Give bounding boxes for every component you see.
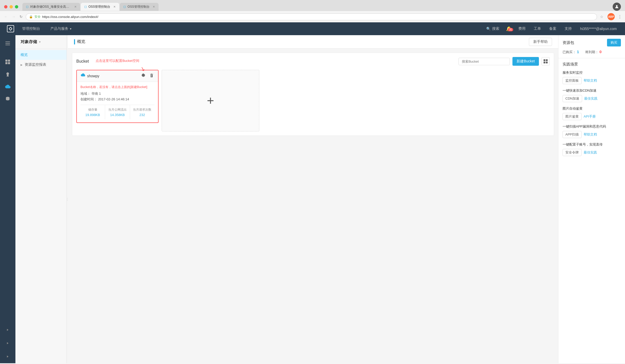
new-bucket-button[interactable]: 新建Bucket: [512, 57, 539, 66]
logo[interactable]: [4, 22, 17, 35]
resource-stats: 已购买： 1 将到期： 0: [563, 50, 621, 54]
browser-menu-icon[interactable]: ⋮: [618, 14, 622, 19]
tab-label-1: 对象存储OSS_海量安全高可靠...: [30, 5, 71, 9]
main-content: 概览 新手帮助 Bucket 新建Bucket: [68, 35, 558, 363]
bucket-search-input[interactable]: [458, 58, 510, 65]
practice-link-image[interactable]: API手册: [584, 113, 596, 120]
svg-rect-2: [5, 43, 10, 44]
svg-rect-13: [546, 59, 548, 61]
practice-link-monitor[interactable]: 帮助文档: [584, 77, 597, 84]
tab-icon-1: ◻: [26, 5, 29, 8]
nav-beian[interactable]: 备案: [545, 22, 560, 35]
expiring-value: 0: [600, 50, 602, 54]
sidebar-resize-handle[interactable]: ⋮: [67, 35, 68, 363]
sidebar-item-overview[interactable]: 概览: [15, 50, 67, 60]
sidebar-icon-grid[interactable]: [1, 56, 14, 68]
tab-icon-2: ◻: [84, 5, 87, 8]
url-bar[interactable]: 🔒 安全 https://oss.console.aliyun.com/inde…: [26, 13, 597, 20]
browser-tab-3[interactable]: ◻ OSS管理控制台 ✕: [120, 3, 158, 11]
logo-icon: [7, 25, 14, 32]
practice-item-title-4: 一键配置子账号，实现直传: [563, 142, 621, 147]
expand-arrow-icon: ▶: [21, 63, 23, 66]
purchased-value: 1: [577, 50, 579, 54]
sidebar-icon-database[interactable]: [1, 93, 14, 104]
help-button[interactable]: 新手帮助: [529, 38, 552, 46]
bucket-info-hint: Bucket名称，若没有，请点击上面的[新建Bucket]: [80, 85, 154, 89]
practice-btn-monitor[interactable]: 监控面板: [563, 77, 582, 84]
header-border: [74, 39, 75, 44]
nav-support[interactable]: 支持: [560, 22, 576, 35]
practice-link-app[interactable]: 帮助文档: [584, 131, 597, 138]
traffic-light-yellow[interactable]: [10, 5, 13, 8]
practice-link-security[interactable]: 最佳实践: [584, 149, 597, 156]
sidebar-icon-expand1[interactable]: [1, 324, 14, 336]
practice-btn-security[interactable]: 安全令牌: [563, 149, 582, 156]
bucket-region: 地域： 华南 1: [80, 91, 154, 96]
sidebar-item-monitor[interactable]: ▶ 资源监控报表: [15, 60, 67, 70]
inner-sidebar: 对象存储 ▼ 概览 ▶ 资源监控报表: [15, 35, 67, 363]
nav-management-console[interactable]: 管理控制台: [17, 22, 45, 35]
svg-rect-14: [544, 62, 545, 63]
traffic-light-red[interactable]: [4, 5, 7, 8]
sidebar-icon-menu[interactable]: [1, 38, 14, 49]
profile-icon[interactable]: [613, 3, 621, 11]
sidebar-icon-expand2[interactable]: [1, 338, 14, 349]
user-avatar[interactable]: ABP: [608, 13, 615, 20]
practice-item-1: 一键快速添加CDN加速 CDN加速 最佳实践: [563, 88, 621, 102]
reload-button[interactable]: ↻: [19, 14, 24, 19]
browser-chrome: ◻ 对象存储OSS_海量安全高可靠... ✕ ◻ OSS管理控制台 ✕ ◻ OS…: [0, 0, 625, 22]
practice-btn-cdn[interactable]: CDN加速: [563, 95, 582, 102]
bucket-stat-requests: 当月请求次数 232: [130, 105, 154, 119]
practice-link-cdn[interactable]: 最佳实践: [584, 95, 598, 102]
search-button[interactable]: 🔍 搜索: [482, 26, 503, 31]
sidebar-icon-cloud[interactable]: [1, 81, 14, 92]
resource-header: 资源包 购买: [563, 39, 621, 46]
browser-tab-1[interactable]: ◻ 对象存储OSS_海量安全高可靠... ✕: [22, 3, 80, 11]
practice-item-2: 图片自动鉴黄 图片鉴黄 API手册: [563, 106, 621, 120]
practice-item-actions-3: APP扫描 帮助文档: [563, 131, 621, 138]
bookmark-icon[interactable]: ☆: [600, 15, 603, 19]
svg-rect-6: [5, 62, 7, 64]
purchased-stat: 已购买： 1: [563, 50, 579, 54]
traffic-light-green[interactable]: [15, 5, 18, 8]
bucket-view-toggle[interactable]: [541, 57, 550, 65]
sidebar-title: 对象存储 ▼: [15, 35, 67, 48]
nav-products-services[interactable]: 产品与服务 ▼: [45, 22, 77, 35]
practice-btn-image[interactable]: 图片鉴黄: [563, 113, 582, 120]
sidebar-icon-expand3[interactable]: [1, 351, 14, 362]
bucket-delete-button[interactable]: [149, 73, 154, 79]
bucket-toolbar-right: 新建Bucket: [458, 57, 550, 66]
practice-item-0: 服务实时监控 监控面板 帮助文档: [563, 70, 621, 84]
browser-addressbar: ← → ↻ 🔒 安全 https://oss.console.aliyun.co…: [0, 11, 625, 22]
tab-close-2[interactable]: ✕: [113, 5, 116, 8]
forward-button[interactable]: →: [11, 14, 16, 19]
notification-badge: 35: [508, 28, 513, 31]
back-button[interactable]: ←: [3, 14, 9, 19]
practice-item-actions-2: 图片鉴黄 API手册: [563, 113, 621, 120]
practice-item-4: 一键配置子账号，实现直传 安全令牌 最佳实践: [563, 142, 621, 156]
user-account[interactable]: hi355*****@aliyun.com: [576, 22, 621, 35]
bucket-card-header: showpy: [77, 70, 158, 82]
bucket-card-container: 点击这里可以配置Bucket空间 ↘ showpy: [76, 70, 159, 131]
nav-billing[interactable]: 费用: [514, 22, 530, 35]
tab-close-3[interactable]: ✕: [153, 5, 155, 8]
buy-button[interactable]: 购买: [607, 39, 621, 46]
search-icon: 🔍: [486, 27, 491, 31]
practice-item-3: 一键扫描APP漏洞和恶意代码 APP扫描 帮助文档: [563, 124, 621, 138]
tab-close-1[interactable]: ✕: [74, 5, 77, 8]
bell-notification[interactable]: 🔔 35: [503, 26, 514, 32]
practice-item-actions-0: 监控面板 帮助文档: [563, 77, 621, 84]
resource-package-section: 资源包 购买 已购买： 1 将到期： 0: [558, 35, 625, 58]
sidebar-outer: [0, 35, 15, 363]
svg-rect-7: [8, 62, 10, 64]
practice-btn-app[interactable]: APP扫描: [563, 131, 582, 138]
nav-ticket[interactable]: 工单: [530, 22, 545, 35]
bucket-card-body: Bucket名称，若没有，请点击上面的[新建Bucket] 地域： 华南 1 创…: [77, 82, 158, 122]
bucket-name: showpy: [80, 73, 99, 79]
resize-icon: ⋮: [66, 197, 69, 201]
svg-rect-15: [546, 62, 548, 63]
browser-tab-2[interactable]: ◻ OSS管理控制台 ✕: [81, 3, 119, 11]
bucket-settings-button[interactable]: [141, 73, 147, 79]
sidebar-icon-wrench[interactable]: [1, 69, 14, 80]
add-bucket-placeholder[interactable]: +: [162, 70, 259, 131]
